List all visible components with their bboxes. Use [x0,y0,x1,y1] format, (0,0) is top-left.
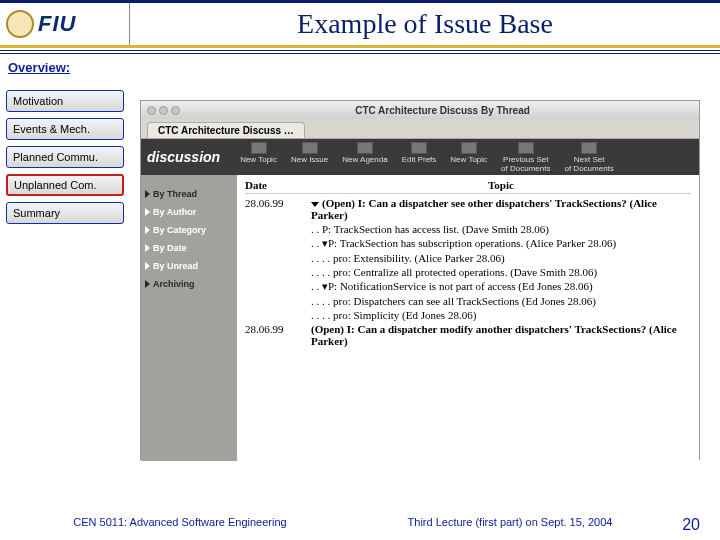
toolbar-previous-set[interactable]: Previous Set of Documents [501,142,550,173]
tab-bar: CTC Architecture Discuss … [141,119,699,139]
tool-icon [581,142,597,154]
footer-course: CEN 5011: Advanced Software Engineering [0,516,360,534]
toolbar: discussion New TopicNew IssueNew AgendaE… [141,139,699,175]
view-by-category[interactable]: By Category [145,225,233,235]
nav-sidebar: MotivationEvents & Mech.Planned Commu.Un… [6,90,126,230]
chevron-right-icon [145,208,150,216]
row-date [245,237,311,250]
view-by-date[interactable]: By Date [145,243,233,253]
thread-row[interactable]: . . . . pro: Dispatchers can see all Tra… [245,294,691,308]
nav-unplanned-com-[interactable]: Unplanned Com. [6,174,124,196]
minimize-icon[interactable] [159,106,168,115]
chevron-right-icon [145,244,150,252]
app-brand: discussion [147,149,220,165]
chevron-right-icon [145,226,150,234]
tool-icon [251,142,267,154]
nav-motivation[interactable]: Motivation [6,90,124,112]
chevron-right-icon [145,280,150,288]
row-date [245,252,311,264]
thread-row[interactable]: . . . . pro: Centralize all protected op… [245,265,691,279]
view-by-author[interactable]: By Author [145,207,233,217]
row-topic: . . P: TrackSection has access list. (Da… [311,223,691,235]
zoom-icon[interactable] [171,106,180,115]
chevron-right-icon [145,262,150,270]
toolbar-new-topic[interactable]: New Topic [450,142,487,173]
tool-icon [411,142,427,154]
tool-icon [461,142,477,154]
divider [0,50,720,54]
nav-summary[interactable]: Summary [6,202,124,224]
thread-row[interactable]: . . . . pro: Simplicity (Ed Jones 28.06) [245,308,691,322]
nav-planned-commu-[interactable]: Planned Commu. [6,146,124,168]
tab-active[interactable]: CTC Architecture Discuss … [147,122,305,138]
tool-icon [302,142,318,154]
seal-icon [6,10,34,38]
row-topic: . . . . pro: Extensibility. (Alice Parke… [311,252,691,264]
title-bar: FIU Example of Issue Base [0,0,720,48]
content-area: By ThreadBy AuthorBy CategoryBy DateBy U… [141,175,699,461]
row-date [245,295,311,307]
row-topic: . . . . pro: Centralize all protected op… [311,266,691,278]
toolbar-new-agenda[interactable]: New Agenda [342,142,387,173]
row-date: 28.06.99 [245,323,311,347]
row-date: 28.06.99 [245,197,311,221]
header-date: Date [245,179,311,191]
slide-title: Example of Issue Base [130,8,720,40]
thread-row[interactable]: . . ▾P: NotificationService is not part … [245,279,691,294]
view-by-thread[interactable]: By Thread [145,189,233,199]
thread-row[interactable]: . . . . pro: Extensibility. (Alice Parke… [245,251,691,265]
toolbar-new-issue[interactable]: New Issue [291,142,328,173]
fiu-logo: FIU [0,3,130,45]
tool-icon [357,142,373,154]
logo-text: FIU [38,11,76,37]
row-topic: . . ▾P: NotificationService is not part … [311,280,691,293]
thread-row[interactable]: . . P: TrackSection has access list. (Da… [245,222,691,236]
window-title: CTC Architecture Discuss By Thread [186,105,699,116]
thread-row[interactable]: 28.06.99(Open) I: Can a dispatcher see o… [245,196,691,222]
overview-heading: Overview: [8,60,720,75]
row-date [245,223,311,235]
traffic-lights [141,106,186,115]
footer-page: 20 [660,516,710,534]
row-topic: . . ▾P: TrackSection has subscription op… [311,237,691,250]
expand-icon[interactable] [311,202,319,207]
row-topic: . . . . pro: Dispatchers can see all Tra… [311,295,691,307]
row-topic: . . . . pro: Simplicity (Ed Jones 28.06) [311,309,691,321]
row-date [245,266,311,278]
column-headers: Date Topic [245,179,691,194]
row-topic: (Open) I: Can a dispatcher modify anothe… [311,323,691,347]
slide-footer: CEN 5011: Advanced Software Engineering … [0,516,720,534]
toolbar-edit-prefs[interactable]: Edit Prefs [402,142,437,173]
chevron-right-icon [145,190,150,198]
footer-lecture: Third Lecture (first part) on Sept. 15, … [360,516,660,534]
nav-events-mech-[interactable]: Events & Mech. [6,118,124,140]
header-topic: Topic [311,179,691,191]
thread-row[interactable]: . . ▾P: TrackSection has subscription op… [245,236,691,251]
view-by-unread[interactable]: By Unread [145,261,233,271]
tool-icon [518,142,534,154]
thread-list: Date Topic 28.06.99(Open) I: Can a dispa… [237,175,699,461]
close-icon[interactable] [147,106,156,115]
toolbar-next-set[interactable]: Next Set of Documents [564,142,613,173]
row-date [245,280,311,293]
row-date [245,309,311,321]
window-titlebar: CTC Architecture Discuss By Thread [141,101,699,119]
view-archiving[interactable]: Archiving [145,279,233,289]
toolbar-new-topic[interactable]: New Topic [240,142,277,173]
view-sidebar: By ThreadBy AuthorBy CategoryBy DateBy U… [141,175,237,461]
row-topic: (Open) I: Can a dispatcher see other dis… [311,197,691,221]
screenshot-window: CTC Architecture Discuss By Thread CTC A… [140,100,700,460]
thread-row[interactable]: 28.06.99(Open) I: Can a dispatcher modif… [245,322,691,348]
